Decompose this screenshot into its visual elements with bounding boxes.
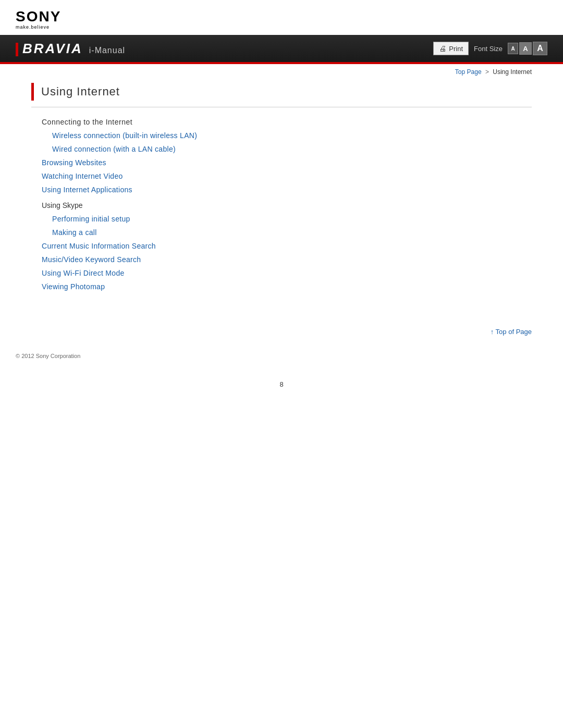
font-size-label: Font Size xyxy=(474,45,503,53)
top-nav-bar: BRAVIA i-Manual 🖨 Print Font Size A A A xyxy=(0,35,563,62)
internet-applications-link[interactable]: Using Internet Applications xyxy=(42,186,532,194)
font-medium-button[interactable]: A xyxy=(519,42,532,55)
bravia-red-bar xyxy=(16,43,18,56)
main-content: Using Internet Connecting to the Interne… xyxy=(0,78,563,317)
breadcrumb-current: Using Internet xyxy=(493,68,532,76)
skype-setup-link[interactable]: Performing initial setup xyxy=(52,215,532,223)
skype-heading: Using Skype xyxy=(42,201,532,209)
sony-logo: SONY make.believe xyxy=(16,9,547,30)
font-large-button[interactable]: A xyxy=(533,42,547,55)
nav-controls: 🖨 Print Font Size A A A xyxy=(433,42,547,55)
font-small-button[interactable]: A xyxy=(508,43,518,54)
print-button[interactable]: 🖨 Print xyxy=(433,42,469,55)
breadcrumb-top-page-link[interactable]: Top Page xyxy=(455,68,482,76)
logo-area: SONY make.believe xyxy=(0,0,563,35)
print-icon: 🖨 xyxy=(439,44,446,53)
sony-brand-text: SONY xyxy=(16,9,61,24)
music-video-link[interactable]: Music/Video Keyword Search xyxy=(42,255,532,264)
breadcrumb-separator: > xyxy=(485,68,489,76)
font-size-controls: A A A xyxy=(508,42,547,55)
page-title: Using Internet xyxy=(41,83,120,101)
wired-connection-link[interactable]: Wired connection (with a LAN cable) xyxy=(52,145,532,153)
connecting-heading: Connecting to the Internet xyxy=(42,118,532,126)
browsing-websites-link[interactable]: Browsing Websites xyxy=(42,158,532,167)
title-red-bar xyxy=(31,83,34,101)
watching-internet-video-link[interactable]: Watching Internet Video xyxy=(42,172,532,180)
sony-tagline: make.believe xyxy=(16,24,50,30)
print-label: Print xyxy=(449,45,463,53)
skype-call-link[interactable]: Making a call xyxy=(52,228,532,237)
bravia-logo: BRAVIA xyxy=(16,41,83,57)
content-section: Connecting to the Internet Wireless conn… xyxy=(31,118,532,291)
page-title-section: Using Internet xyxy=(31,83,532,107)
i-manual-label: i-Manual xyxy=(89,46,125,55)
music-info-link[interactable]: Current Music Information Search xyxy=(42,242,532,250)
copyright-text: © 2012 Sony Corporation xyxy=(16,353,80,359)
photomap-link[interactable]: Viewing Photomap xyxy=(42,282,532,291)
page-number: 8 xyxy=(0,370,563,399)
wireless-connection-link[interactable]: Wireless connection (built-in wireless L… xyxy=(52,131,532,140)
footer: © 2012 Sony Corporation xyxy=(0,346,563,370)
top-of-page-section: Top of Page xyxy=(0,317,563,346)
wifi-direct-link[interactable]: Using Wi-Fi Direct Mode xyxy=(42,269,532,277)
bravia-title: BRAVIA i-Manual xyxy=(16,41,125,57)
top-of-page-link[interactable]: Top of Page xyxy=(491,328,532,336)
breadcrumb: Top Page > Using Internet xyxy=(0,64,563,78)
